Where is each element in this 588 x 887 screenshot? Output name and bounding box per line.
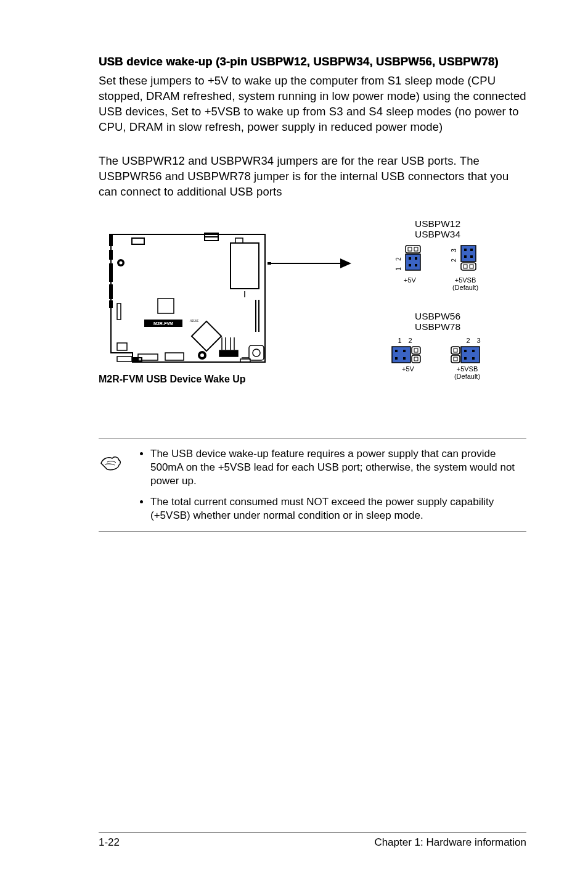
svg-rect-16 [117,303,121,320]
svg-rect-43 [409,264,411,266]
group-bot-label-2: USBPW78 [357,321,518,332]
svg-rect-64 [412,355,420,363]
group-top-label-2: USBPW34 [357,229,518,239]
svg-rect-58 [395,350,398,352]
jumper-group-bottom: USBPW56 USBPW78 1 2 [345,311,530,380]
svg-rect-67 [454,349,457,352]
svg-rect-66 [451,347,460,354]
svg-rect-69 [454,357,457,361]
svg-rect-20 [165,353,184,360]
svg-rect-73 [464,357,467,360]
svg-rect-62 [412,347,420,354]
jumper-5v-bottom: 1 2 +5V [391,337,425,380]
svg-rect-15 [158,299,174,313]
svg-rect-33 [138,358,142,361]
svg-rect-42 [415,257,417,260]
svg-rect-60 [395,357,398,360]
svg-rect-49 [470,249,473,251]
pin-3: 3 [477,337,481,344]
svg-rect-21 [249,345,264,360]
pin-2: 2 [409,337,412,344]
svg-rect-38 [408,247,412,251]
jumper-5v-bottom-label: +5V [402,365,414,373]
diagram-caption: M2R-FVM USB Device Wake Up [99,374,246,385]
svg-rect-8 [231,243,259,289]
page-footer: 1-22 Chapter 1: Hardware information [99,832,526,849]
group-top-label-1: USBPW12 [357,218,518,229]
note-item-2: The total current consumed must NOT exce… [150,495,526,522]
svg-rect-14 [192,321,221,351]
paragraph-2: The USBPWR12 and USBPWR34 jumpers are fo… [99,154,526,200]
note-block: The USB device wake-up feature requires … [99,438,526,532]
svg-rect-57 [392,347,410,363]
board-name-text: M2R-FVM [153,321,173,326]
svg-rect-50 [464,255,467,258]
motherboard-figure: M2R-FVM /SUS [99,229,277,371]
page: USB device wake-up (3-pin USBPW12, USBPW… [0,0,588,887]
svg-rect-53 [463,265,467,268]
note-hand-icon [99,447,123,477]
group-bot-label-1: USBPW56 [357,311,518,321]
jumper-5v-top-label: +5V [404,276,416,284]
jumper-5v-top: 2 1 +5V [394,244,425,291]
svg-rect-36 [267,262,271,265]
svg-text:1: 1 [395,267,402,271]
svg-text:3: 3 [451,249,457,252]
svg-rect-61 [403,357,406,360]
jumper-5vsb-top-label: +5VSB [452,276,478,284]
jumper-5vsb-bottom: 2 3 +5VSB [450,337,484,380]
svg-rect-68 [451,355,460,363]
svg-rect-41 [409,257,411,260]
svg-rect-27 [219,350,238,357]
svg-rect-59 [403,350,406,352]
svg-rect-74 [472,357,475,360]
section-heading: USB device wake-up (3-pin USBPW12, USBPW… [99,54,526,70]
svg-rect-65 [414,357,418,361]
svg-rect-5 [132,238,144,244]
note-list: The USB device wake-up feature requires … [139,447,526,522]
svg-rect-32 [133,358,137,361]
footer-chapter: Chapter 1: Hardware information [374,836,526,849]
svg-rect-48 [464,249,467,251]
svg-rect-71 [464,350,467,352]
svg-point-13 [120,261,123,264]
svg-text:/SUS: /SUS [189,319,198,323]
diagram: M2R-FVM /SUS M2R-FVM USB Device Wake Up … [99,218,526,416]
jumper-5vsb-bottom-default: (Default) [454,373,480,380]
jumper-5vsb-top-default: (Default) [452,284,478,291]
pin-1: 1 [398,337,401,344]
paragraph-1: Set these jumpers to +5V to wake up the … [99,73,526,135]
svg-rect-40 [406,254,420,270]
svg-rect-18 [117,357,132,361]
svg-rect-29 [240,359,250,362]
svg-rect-44 [415,264,417,266]
footer-page-number: 1-22 [99,836,120,849]
svg-rect-63 [414,349,418,352]
svg-rect-70 [461,347,480,363]
jumper-5vsb-bottom-label: +5VSB [454,365,480,373]
svg-point-31 [200,353,204,357]
svg-rect-54 [470,265,473,268]
svg-rect-39 [414,247,418,251]
svg-text:2: 2 [395,257,402,261]
pointer-arrow-icon [267,251,354,276]
jumper-group-top: USBPW12 USBPW34 [345,218,530,291]
jumper-5vsb-top: 3 2 +5VSB (Default) [450,244,481,291]
svg-text:2: 2 [451,258,457,262]
svg-point-22 [253,349,260,357]
svg-rect-7 [205,237,218,241]
svg-rect-47 [461,245,476,262]
pin-2b: 2 [466,337,470,344]
note-item-1: The USB device wake-up feature requires … [150,447,526,488]
svg-rect-72 [472,350,475,352]
svg-rect-51 [470,255,473,258]
svg-rect-17 [117,343,127,350]
